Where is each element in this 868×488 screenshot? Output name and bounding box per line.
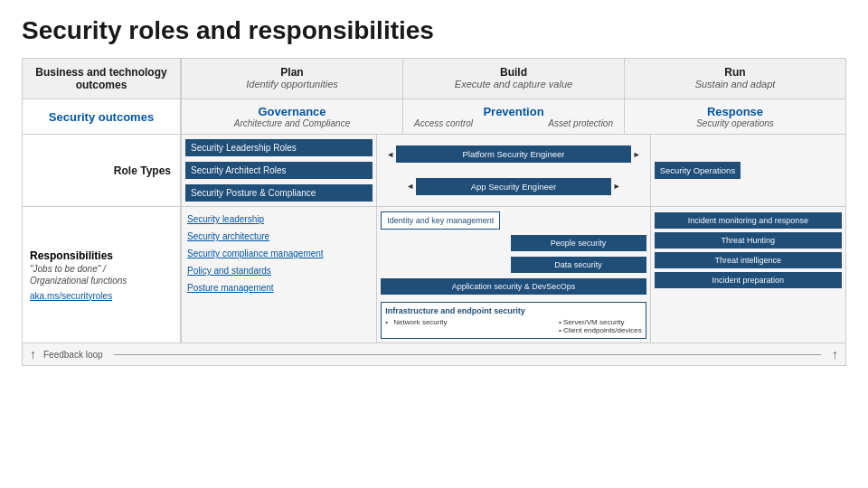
data-security-box: Data security [511, 257, 646, 273]
response-column: Security Operations Incident monitoring … [651, 135, 845, 343]
plan-header: Plan Identify opportunities [181, 59, 402, 99]
main-columns: Security Leadership Roles Security Archi… [181, 135, 845, 343]
response-role-area: Security Operations [651, 135, 845, 207]
incident-monitoring-box: Incident monitoring and response [655, 212, 842, 229]
policy-standards-item[interactable]: Policy and standards [185, 264, 373, 277]
response-outcome: Response Security operations [624, 99, 845, 134]
arrow-up-left: ↑ [30, 347, 36, 361]
page-title: Security roles and responsibilities [22, 16, 846, 45]
incident-preparation-box: Incident preparation [655, 272, 842, 288]
prevention-role-area: ◄ Platform Security Engineer ► ◄ App Sec… [377, 135, 649, 207]
security-architecture-item[interactable]: Security architecture [185, 230, 373, 243]
biz-outcomes-header: Business and technology outcomes [23, 59, 181, 99]
governance-role-bars: Security Leadership Roles Security Archi… [182, 135, 376, 207]
arrow-up-right: ↑ [832, 347, 838, 361]
build-header: Build Execute and capture value [402, 59, 624, 99]
security-leadership-item[interactable]: Security leadership [185, 212, 373, 226]
run-header: Run Sustain and adapt [624, 59, 845, 99]
prevention-column: ◄ Platform Security Engineer ► ◄ App Sec… [377, 135, 650, 343]
feedback-line [114, 354, 821, 355]
app-security-box: Application security & DevSecOps [381, 278, 646, 295]
infra-server-col: • Server/VM security • Client endpoints/… [559, 318, 642, 334]
body-area: Role Types Responsibilities "Jobs to be … [23, 135, 845, 343]
diagram: Business and technology outcomes Plan Id… [22, 58, 846, 366]
response-resp-items: Incident monitoring and response Threat … [651, 207, 845, 343]
security-compliance-item[interactable]: Security compliance management [185, 247, 373, 260]
posture-management-item[interactable]: Posture management [185, 281, 373, 295]
security-architect-roles-bar: Security Architect Roles [185, 162, 373, 179]
infra-box: Infrastructure and endpoint security • N… [381, 302, 646, 339]
security-roles-link[interactable]: aka.ms/securityroles [30, 291, 171, 301]
prevention-resp-area: Identity and key management People secur… [377, 207, 649, 343]
infra-network-col: • Network security [385, 318, 447, 334]
left-labels: Role Types Responsibilities "Jobs to be … [23, 135, 181, 343]
security-posture-bar: Security Posture & Compliance [185, 184, 373, 202]
feedback-row: ↑ Feedback loop ↑ [23, 343, 845, 365]
data-security-row: Data security [381, 257, 646, 273]
governance-column: Security Leadership Roles Security Archi… [182, 135, 377, 343]
role-types-label: Role Types [23, 135, 180, 207]
app-bar-row: ◄ App Security Engineer ► [386, 178, 640, 195]
outcomes-row: Security outcomes Governance Architectur… [23, 99, 845, 135]
security-outcomes-label: Security outcomes [23, 99, 181, 134]
threat-intelligence-box: Threat intelligence [655, 252, 842, 268]
responsibilities-label: Responsibilities "Jobs to be done" / Org… [23, 207, 180, 343]
governance-resp-items: Security leadership Security architectur… [182, 207, 376, 343]
people-security-box: People security [511, 235, 646, 251]
prevention-outcome: Prevention Access control Asset protecti… [402, 99, 624, 134]
identity-key-mgmt-box: Identity and key management [381, 211, 646, 230]
platform-security-engineer-bar: Platform Security Engineer [396, 145, 631, 163]
threat-hunting-box: Threat Hunting [655, 232, 842, 249]
security-leadership-roles-bar: Security Leadership Roles [185, 139, 373, 156]
header-row: Business and technology outcomes Plan Id… [23, 59, 845, 99]
page: Security roles and responsibilities Busi… [0, 0, 868, 488]
people-data-security-row: People security [381, 235, 646, 251]
feedback-label: Feedback loop [43, 350, 103, 360]
app-security-row: Application security & DevSecOps [381, 278, 646, 295]
app-security-engineer-bar: App Security Engineer [416, 178, 611, 195]
security-operations-bar: Security Operations [655, 162, 741, 179]
platform-bar-row: ◄ Platform Security Engineer ► [386, 145, 640, 163]
governance-outcome: Governance Architecture and Compliance [181, 99, 402, 134]
